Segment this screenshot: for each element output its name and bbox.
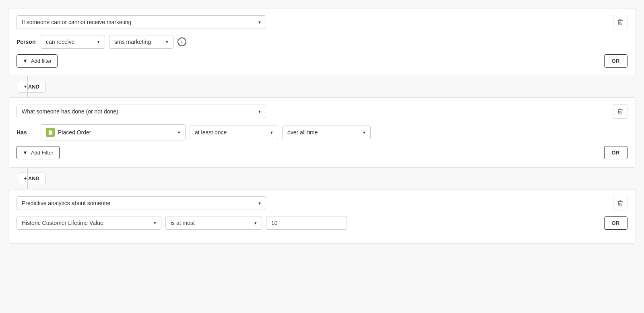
person-channel-dropdown[interactable]: sms marketing ▾ [109,35,173,49]
or-label-3: OR [612,220,620,226]
delete-icon-1 [617,19,623,25]
condition-value: is at most [171,220,195,226]
person-condition-value: can receive [46,39,75,45]
filter-footer-1: ▼ Add filter OR [17,54,627,68]
has-label: Has [17,129,37,136]
category-dropdown-3[interactable]: Predictive analytics about someone ▾ [17,196,266,210]
info-text-1: i [181,39,182,45]
frequency-value: at least once [195,129,227,136]
and-connector-2: + AND [8,168,636,189]
event-dropdown-arrow: ▾ [178,130,180,135]
or-button-3[interactable]: OR [604,216,628,230]
and-connector-1: + AND [8,76,636,97]
and-button-2[interactable]: + AND [18,173,45,184]
delete-button-2[interactable] [613,104,627,119]
condition-dropdown[interactable]: is at most ▾ [165,216,262,230]
and-label-2: + AND [24,175,39,181]
category-dropdown-2-arrow: ▾ [258,109,261,114]
add-filter-label-2: Add Filter [31,150,54,156]
filter-row-2: Has Placed Order ▾ at least once ▾ over … [17,124,627,140]
filter-block-3: Predictive analytics about someone ▾ His… [8,189,636,244]
person-label: Person [17,39,37,45]
category-dropdown-1-arrow: ▾ [258,20,261,25]
category-dropdown-1[interactable]: If someone can or cannot receive marketi… [17,15,266,29]
event-dropdown[interactable]: Placed Order ▾ [41,124,186,140]
metric-value: Historic Customer Lifetime Value [22,220,103,226]
person-channel-value: sms marketing [114,39,151,45]
event-dropdown-inner: Placed Order [46,128,91,137]
or-label-1: OR [612,58,620,64]
person-channel-arrow: ▾ [166,39,168,45]
add-filter-button-1[interactable]: ▼ Add filter [17,54,58,68]
shopify-icon [46,128,55,137]
filter-row-1: Person can receive ▾ sms marketing ▾ i [17,35,627,49]
delete-icon-3 [617,200,623,206]
category-dropdown-3-arrow: ▾ [258,201,261,206]
time-value: over all time [287,129,318,136]
filter-row-3: Historic Customer Lifetime Value ▾ is at… [17,216,627,230]
filter-block-1-header: If someone can or cannot receive marketi… [17,15,627,29]
add-filter-icon-1: ▼ [23,58,28,64]
category-dropdown-2[interactable]: What someone has done (or not done) ▾ [17,105,266,118]
info-icon-1[interactable]: i [178,37,186,46]
time-dropdown-arrow: ▾ [363,130,365,135]
page-container: If someone can or cannot receive marketi… [8,8,636,244]
or-label-2: OR [612,150,620,156]
and-button-1[interactable]: + AND [18,81,45,93]
filter-block-2: What someone has done (or not done) ▾ Ha… [8,97,636,168]
time-dropdown[interactable]: over all time ▾ [282,126,371,139]
filter-block-3-header: Predictive analytics about someone ▾ [17,196,627,210]
person-condition-dropdown[interactable]: can receive ▾ [41,35,105,49]
filter-block-3-header-left: Predictive analytics about someone ▾ [17,196,266,210]
category-label-1: If someone can or cannot receive marketi… [22,19,131,25]
filter-block-1: If someone can or cannot receive marketi… [8,8,636,76]
and-label-1: + AND [24,84,39,90]
add-filter-label-1: Add filter [31,58,52,64]
filter-footer-2: ▼ Add Filter OR [17,146,627,159]
add-filter-icon-2: ▼ [23,150,28,156]
delete-button-3[interactable] [613,196,627,210]
filter-block-2-header-left: What someone has done (or not done) ▾ [17,105,266,118]
filter-block-1-header-left: If someone can or cannot receive marketi… [17,15,266,29]
frequency-dropdown-arrow: ▾ [270,130,273,135]
delete-button-1[interactable] [613,15,627,29]
or-button-1[interactable]: OR [604,54,628,68]
metric-dropdown[interactable]: Historic Customer Lifetime Value ▾ [17,216,161,230]
person-condition-arrow: ▾ [97,39,100,45]
condition-dropdown-arrow: ▾ [254,220,257,226]
shopify-svg [47,130,53,135]
metric-dropdown-arrow: ▾ [154,220,156,226]
category-label-3: Predictive analytics about someone [22,200,110,206]
or-button-2[interactable]: OR [604,146,628,159]
delete-icon-2 [617,108,623,115]
frequency-dropdown[interactable]: at least once ▾ [190,126,278,139]
add-filter-button-2[interactable]: ▼ Add Filter [17,146,60,159]
value-input-3[interactable] [266,216,347,230]
category-label-2: What someone has done (or not done) [22,108,118,115]
filter-block-2-header: What someone has done (or not done) ▾ [17,104,627,119]
event-label: Placed Order [58,129,91,136]
